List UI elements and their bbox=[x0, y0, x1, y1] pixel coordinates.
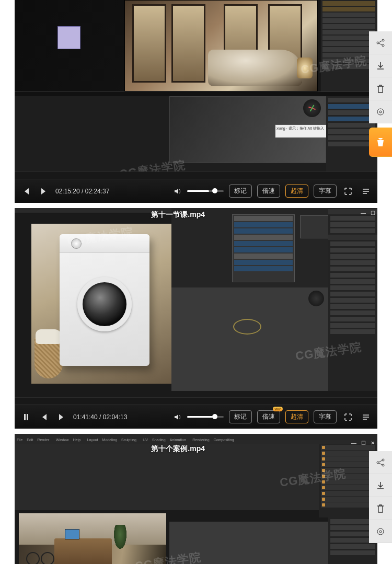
svg-point-9 bbox=[379, 531, 382, 533]
svg-point-3 bbox=[377, 109, 384, 115]
volume-control[interactable] bbox=[171, 411, 224, 423]
axis-gizmo-icon bbox=[303, 99, 321, 117]
material-swatch bbox=[57, 26, 80, 49]
share-button[interactable] bbox=[369, 451, 392, 474]
app-menubar: FileEditRender WindowHelp LayoutModeling… bbox=[15, 434, 377, 444]
side-toolbar-lower bbox=[369, 451, 392, 543]
minimize-icon[interactable]: — bbox=[351, 440, 356, 445]
svg-point-6 bbox=[382, 459, 384, 461]
volume-slider[interactable] bbox=[187, 416, 224, 418]
speed-button[interactable]: 倍速 VIP bbox=[257, 410, 280, 423]
vip-badge: VIP bbox=[273, 407, 283, 411]
time-display: 02:15:20 / 02:24:37 bbox=[55, 188, 109, 195]
volume-icon[interactable] bbox=[171, 411, 184, 423]
playlist-button[interactable] bbox=[360, 185, 372, 198]
player-controls-1: 02:15:20 / 02:24:37 标记 倍速 超清 字幕 bbox=[15, 179, 377, 203]
file-title: 第十一节课.mp4 bbox=[151, 210, 205, 220]
viewport-3d bbox=[169, 522, 328, 564]
node-editor bbox=[171, 208, 328, 287]
settings-button[interactable] bbox=[369, 520, 392, 543]
video-frame-2[interactable]: — ☐ 第十一节课.mp4 CG魔法学院 CG魔法学院 bbox=[15, 208, 377, 397]
svg-point-2 bbox=[382, 44, 384, 47]
mark-button[interactable]: 标记 bbox=[229, 185, 252, 198]
download-button[interactable] bbox=[369, 54, 392, 77]
axis-gizmo-icon bbox=[308, 291, 324, 306]
maximize-icon[interactable]: ☐ bbox=[370, 210, 375, 215]
fullscreen-button[interactable] bbox=[342, 185, 354, 198]
volume-slider[interactable] bbox=[187, 190, 224, 192]
speed-button[interactable]: 倍速 bbox=[257, 185, 280, 198]
volume-control[interactable] bbox=[171, 185, 224, 198]
download-button[interactable] bbox=[369, 474, 392, 497]
svg-point-0 bbox=[377, 42, 379, 44]
video-card-1: xiang · 提示：按住 Alt 键拖入 CG魔法学院 CG魔法学院 02:1… bbox=[15, 0, 377, 203]
delete-button[interactable] bbox=[369, 497, 392, 520]
washing-machine-render bbox=[60, 234, 149, 366]
window-controls: — ☐ bbox=[361, 210, 375, 215]
next-button[interactable] bbox=[55, 411, 68, 423]
video-card-2: — ☐ 第十一节课.mp4 CG魔法学院 CG魔法学院 01:41:40 / 0… bbox=[15, 208, 377, 429]
mark-button[interactable]: 标记 bbox=[229, 410, 252, 423]
video-card-3: FileEditRender WindowHelp LayoutModeling… bbox=[15, 434, 377, 564]
subtitle-button[interactable]: 字幕 bbox=[314, 185, 337, 198]
video-frame-1[interactable]: xiang · 提示：按住 Alt 键拖入 CG魔法学院 CG魔法学院 bbox=[15, 0, 377, 171]
minimize-icon[interactable]: — bbox=[361, 210, 366, 215]
video-frame-3[interactable]: FileEditRender WindowHelp LayoutModeling… bbox=[15, 434, 377, 564]
playlist-button[interactable] bbox=[360, 411, 372, 423]
window-controls: — ☐ ✕ bbox=[351, 440, 375, 445]
volume-icon[interactable] bbox=[171, 185, 184, 198]
delete-button[interactable] bbox=[369, 77, 392, 100]
maximize-icon[interactable]: ☐ bbox=[361, 440, 366, 445]
side-toolbar-upper bbox=[369, 31, 392, 157]
svg-point-7 bbox=[382, 464, 384, 466]
time-display: 01:41:40 / 02:04:13 bbox=[73, 413, 127, 421]
next-button[interactable] bbox=[38, 185, 50, 198]
prev-button[interactable] bbox=[38, 411, 50, 423]
svg-point-5 bbox=[377, 462, 379, 464]
bicycle-icon bbox=[26, 545, 54, 564]
prev-button[interactable] bbox=[20, 185, 32, 198]
promo-button[interactable] bbox=[369, 128, 392, 157]
quality-button[interactable]: 超清 bbox=[285, 410, 308, 423]
close-icon[interactable]: ✕ bbox=[370, 440, 375, 445]
svg-point-8 bbox=[377, 528, 384, 535]
pause-button[interactable] bbox=[20, 411, 32, 423]
subtitle-button[interactable]: 字幕 bbox=[314, 410, 337, 423]
fullscreen-button[interactable] bbox=[342, 411, 354, 423]
quality-button[interactable]: 超清 bbox=[285, 185, 308, 198]
share-button[interactable] bbox=[369, 31, 392, 54]
svg-point-1 bbox=[382, 39, 384, 41]
svg-point-4 bbox=[379, 111, 382, 113]
settings-button[interactable] bbox=[369, 100, 392, 123]
player-controls-2: 01:41:40 / 02:04:13 标记 倍速 VIP 超清 字幕 bbox=[15, 405, 377, 429]
hint-tooltip: xiang · 提示：按住 Alt 键拖入 bbox=[275, 124, 327, 138]
article-body: xiang · 提示：按住 Alt 键拖入 CG魔法学院 CG魔法学院 02:1… bbox=[0, 0, 392, 564]
viewport-3d bbox=[171, 287, 328, 391]
render-preview bbox=[19, 513, 166, 564]
file-title: 第十个案例.mp4 bbox=[151, 444, 205, 454]
properties-panel bbox=[328, 208, 377, 391]
